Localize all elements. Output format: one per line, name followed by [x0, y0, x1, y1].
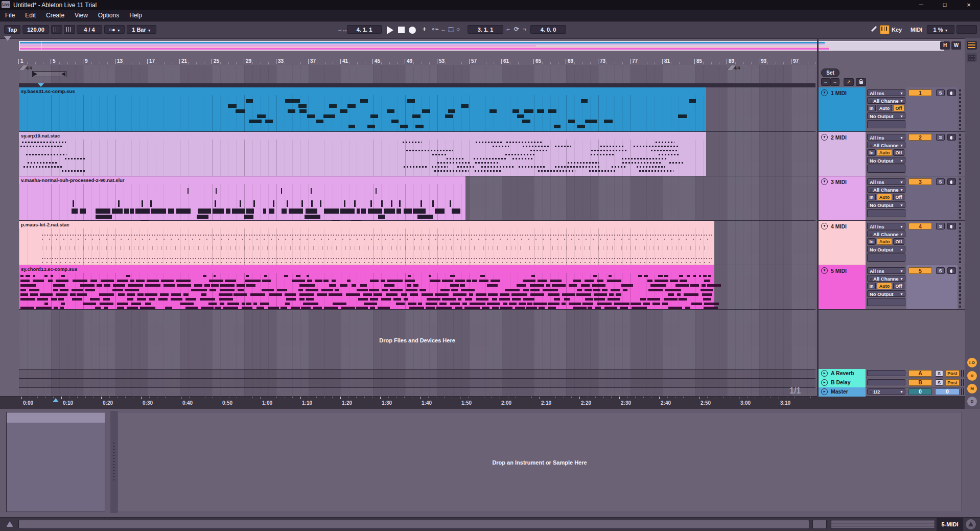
monitor-auto-button[interactable]: Auto — [877, 105, 892, 111]
input-channel-chooser[interactable]: All Channe▼ — [867, 230, 905, 237]
fold-return-icon[interactable]: ▸ — [821, 379, 828, 386]
return-send-volume[interactable]: A — [908, 370, 932, 377]
cpu-load-meter[interactable]: 1 % ▼ — [927, 25, 954, 34]
fold-track-icon[interactable]: ▾ — [821, 178, 828, 185]
return-solo-button[interactable]: S — [935, 379, 943, 386]
fold-track-icon[interactable]: ▾ — [821, 89, 828, 96]
mixer-view-toggle-icon[interactable] — [967, 53, 977, 62]
play-button[interactable] — [387, 26, 393, 34]
prev-locator-button[interactable]: ← — [821, 78, 830, 86]
monitor-off-button[interactable]: Off — [893, 194, 904, 200]
track-lane[interactable]: v.masha-normal-ouh-processed-2-90.nat.sl… — [19, 176, 815, 221]
input-type-chooser[interactable]: All Ins▼ — [867, 178, 905, 185]
monitor-auto-button[interactable]: Auto — [877, 238, 892, 245]
punch-out-icon[interactable]: ¬ — [523, 26, 526, 33]
return-track-row[interactable]: ▸B DelayBSPost — [819, 378, 965, 387]
track-lane[interactable]: sy.bass31.sc-comp.sus — [19, 87, 815, 132]
overdub-plus-icon[interactable]: + — [423, 26, 426, 33]
return-name-cell[interactable]: ▸B Delay — [819, 378, 866, 387]
menu-help[interactable]: Help — [124, 10, 147, 19]
cue-volume[interactable]: 0 — [908, 388, 932, 395]
key-map-button[interactable]: Key — [892, 27, 902, 33]
link-icon[interactable]: ↗ — [844, 78, 854, 86]
output-type-chooser[interactable]: No Output▼ — [867, 112, 905, 119]
midi-clip[interactable]: p.maus-kit-2.nat.stac — [19, 221, 714, 265]
output-type-chooser[interactable]: No Output▼ — [867, 246, 905, 252]
fold-master-icon[interactable]: ▸ — [821, 388, 828, 395]
follow-icon[interactable]: →‥ — [337, 26, 347, 33]
re-enable-automation-icon[interactable]: ← — [440, 26, 447, 33]
arrangement-overview[interactable] — [19, 41, 944, 51]
input-channel-chooser[interactable]: All Channe▼ — [867, 275, 905, 282]
solo-button[interactable]: S — [936, 134, 945, 141]
arm-record-button[interactable] — [947, 134, 956, 141]
solo-button[interactable]: S — [936, 89, 945, 96]
return-solo-button[interactable]: S — [935, 370, 943, 377]
midi-clip[interactable]: sy.chord13.sc-comp.sus — [19, 265, 714, 309]
menu-create[interactable]: Create — [41, 10, 69, 19]
scrub-area[interactable] — [19, 83, 815, 87]
loop-start-field[interactable]: 3. 1. 1 — [468, 25, 503, 34]
track-lane[interactable]: sy.chord13.sc-comp.sus — [19, 265, 815, 310]
master-volume[interactable]: 0 — [935, 388, 960, 395]
monitor-auto-button[interactable]: Auto — [877, 283, 892, 289]
return-track-row[interactable]: ▸A ReverbASPost — [819, 369, 965, 378]
notification-icon[interactable] — [966, 519, 976, 529]
monitor-in-button[interactable]: In — [867, 283, 876, 289]
next-locator-button[interactable]: → — [830, 78, 839, 86]
time-signature-field[interactable]: 4 / 4 — [77, 25, 102, 34]
cue-output-chooser[interactable]: 1/2▼ — [867, 388, 905, 395]
track-name-cell[interactable]: ▾2 MIDI — [819, 132, 866, 176]
arrangement-position-field[interactable]: 4. 1. 1 — [347, 25, 382, 34]
clip-overview-box[interactable] — [6, 412, 105, 512]
maximize-button[interactable]: □ — [934, 0, 956, 10]
arm-record-button[interactable] — [947, 178, 956, 185]
monitor-in-button[interactable]: In — [867, 238, 876, 245]
close-button[interactable]: × — [958, 0, 980, 10]
stop-button[interactable] — [398, 27, 405, 33]
track-number-volume[interactable]: 2 — [908, 134, 932, 141]
midi-map-button[interactable]: MIDI — [911, 27, 922, 33]
tempo-field[interactable]: 120.00 — [22, 25, 49, 34]
device-drop-area[interactable]: Drop an Instrument or Sample Here — [118, 412, 962, 512]
output-type-chooser[interactable]: No Output▼ — [867, 157, 905, 164]
nudge-up-button[interactable] — [64, 25, 75, 34]
solo-button[interactable]: S — [936, 178, 945, 185]
midi-clip[interactable]: v.masha-normal-ouh-processed-2-90.nat.sl… — [19, 176, 465, 220]
monitor-in-button[interactable]: In — [867, 149, 876, 156]
return-lane[interactable] — [19, 369, 815, 378]
punch-in-icon[interactable]: ⌐ — [506, 26, 510, 33]
mixer-section-toggle[interactable]: M — [967, 384, 977, 394]
loop-icon[interactable]: ⟳ — [514, 26, 519, 33]
session-record-icon[interactable]: ⬚ — [448, 26, 454, 33]
arm-record-button[interactable] — [947, 89, 956, 96]
computer-midi-keyboard-icon[interactable] — [880, 25, 890, 34]
monitor-off-button[interactable]: Off — [893, 283, 904, 289]
io-section-toggle[interactable]: I-O — [967, 358, 977, 367]
monitor-in-button[interactable]: In — [867, 105, 876, 111]
track-name-cell[interactable]: ▾3 MIDI — [819, 176, 866, 220]
solo-button[interactable]: S — [936, 223, 945, 229]
track-name-cell[interactable]: ▾5 MIDI — [819, 265, 866, 309]
output-type-chooser[interactable]: No Output▼ — [867, 290, 905, 297]
record-button[interactable] — [409, 27, 416, 34]
monitor-auto-button[interactable]: Auto — [877, 194, 892, 200]
fold-track-icon[interactable]: ▾ — [821, 223, 828, 229]
track-header-row[interactable]: ▾2 MIDIAll Ins▼All Channe▼InAutoOffNo Ou… — [819, 132, 965, 176]
lock-envelopes-icon[interactable] — [856, 78, 866, 86]
automation-mode-icon[interactable]: ∘⌁ — [431, 26, 439, 33]
return-name-cell[interactable]: ▸A Reverb — [819, 369, 866, 378]
menu-options[interactable]: Options — [93, 10, 124, 19]
returns-section-toggle[interactable]: R — [967, 371, 977, 381]
clip-overview-header[interactable] — [7, 412, 105, 423]
midi-clip[interactable]: sy.bass31.sc-comp.sus — [19, 87, 706, 131]
return-send-volume[interactable]: B — [908, 379, 932, 386]
track-number-volume[interactable]: 5 — [908, 267, 932, 274]
tap-tempo-button[interactable]: Tap — [4, 25, 20, 34]
monitor-in-button[interactable]: In — [867, 194, 876, 200]
minimize-button[interactable]: ─ — [910, 0, 932, 10]
input-channel-chooser[interactable]: All Channe▼ — [867, 97, 905, 104]
back-to-arrangement-triangle[interactable] — [4, 36, 11, 41]
master-name-cell[interactable]: ▸Master — [819, 387, 866, 397]
input-channel-chooser[interactable]: All Channe▼ — [867, 142, 905, 148]
